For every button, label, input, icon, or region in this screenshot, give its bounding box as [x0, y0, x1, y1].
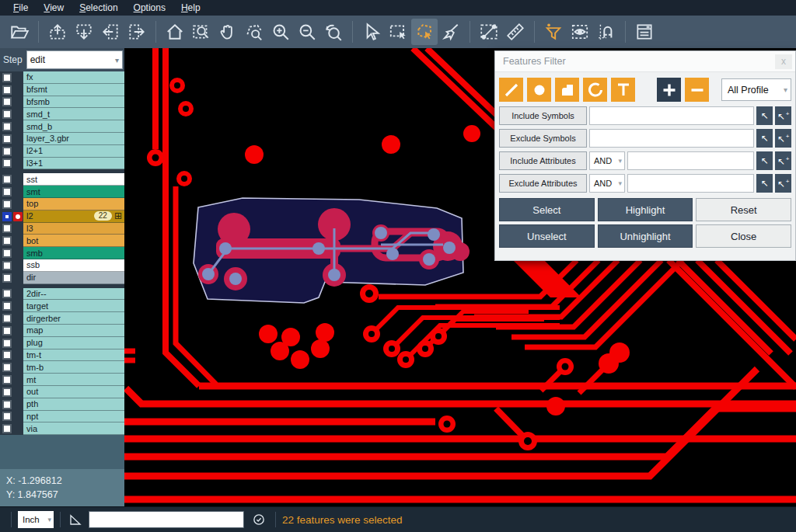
pan-right-button[interactable]	[124, 19, 150, 45]
filter-pad-button[interactable]	[527, 78, 551, 102]
layer-row-map[interactable]: map	[0, 325, 124, 337]
pick-add-symbol-button[interactable]: ↖+	[775, 106, 791, 125]
ruler-button[interactable]	[502, 19, 529, 45]
layer-checkbox[interactable]	[2, 187, 12, 196]
pick-add-symbol-button[interactable]: ↖+	[775, 129, 791, 148]
layer-row-sst[interactable]: sst	[0, 173, 124, 186]
pan-up-button[interactable]	[44, 19, 71, 45]
layer-name-label[interactable]: npt	[23, 411, 124, 423]
layer-name-label[interactable]: l3	[23, 223, 124, 235]
layer-row-mt[interactable]: mt	[0, 374, 124, 386]
layer-row-smd_b[interactable]: smd_b	[0, 120, 124, 133]
exclude-attributes-operator[interactable]: AND ▾	[589, 174, 625, 193]
layer-row-l2+1[interactable]: l2+1	[0, 145, 124, 158]
layer-name-label[interactable]: pth	[23, 398, 124, 411]
layer-row-bfsmt[interactable]: bfsmt	[0, 84, 124, 96]
layer-name-label[interactable]: via	[23, 422, 124, 435]
zoom-window-button[interactable]	[188, 19, 215, 45]
layer-name-label[interactable]: plug	[23, 337, 124, 349]
include-symbols-button[interactable]: Include Symbols	[499, 106, 587, 125]
layer-checkbox[interactable]	[2, 224, 12, 233]
filter-surface-button[interactable]	[555, 78, 579, 102]
layer-checkbox[interactable]	[2, 301, 12, 311]
layer-name-label[interactable]: smd_b	[23, 120, 124, 133]
layer-row-bot[interactable]: bot	[0, 235, 124, 247]
filter-arc-button[interactable]	[583, 78, 607, 102]
layer-row-target[interactable]: target	[0, 300, 124, 312]
layer-row-via[interactable]: via	[0, 422, 124, 435]
layer-name-label[interactable]: tm-b	[23, 361, 124, 374]
zoom-polygon-button[interactable]	[241, 19, 267, 45]
exclude-attributes-input[interactable]	[627, 174, 754, 193]
units-select[interactable]: Inch ▾	[18, 511, 54, 528]
layer-name-label[interactable]: bfsmb	[23, 96, 124, 109]
menu-view[interactable]: View	[37, 1, 71, 15]
open-button[interactable]	[6, 19, 33, 45]
pick-attribute-button[interactable]: ↖	[756, 174, 773, 193]
layer-row-l3[interactable]: l3	[0, 223, 124, 235]
layer-row-dir[interactable]: dir	[0, 272, 124, 284]
menu-options[interactable]: Options	[127, 1, 173, 15]
layer-grid-icon[interactable]: ⊞	[114, 211, 122, 221]
layer-checkbox[interactable]	[2, 110, 12, 119]
layer-name-label[interactable]: smd_t	[23, 108, 124, 120]
reset-button[interactable]: Reset	[696, 198, 791, 221]
layer-name-label[interactable]: l3+1	[23, 158, 124, 170]
layer-checkbox[interactable]	[2, 363, 12, 372]
layer-row-npt[interactable]: npt	[0, 411, 124, 423]
layer-checkbox[interactable]	[2, 375, 12, 384]
layer-checkbox[interactable]	[2, 122, 12, 131]
layer-name-label[interactable]: fx	[23, 71, 124, 84]
layer-row-pth[interactable]: pth	[0, 398, 124, 411]
pick-add-attribute-button[interactable]: ↖+	[775, 151, 791, 170]
pick-symbol-button[interactable]: ↖	[756, 106, 773, 125]
layer-name-label[interactable]: layer_3.gbr	[23, 133, 124, 145]
pick-symbol-button[interactable]: ↖	[756, 129, 773, 148]
angle-mode-icon[interactable]	[67, 511, 84, 528]
zoom-in-button[interactable]	[267, 19, 294, 45]
select-polygon-button[interactable]	[411, 19, 438, 45]
layer-name-label[interactable]: l222⊞	[23, 210, 124, 223]
layer-row-plug[interactable]: plug	[0, 337, 124, 349]
select-button[interactable]: Select	[499, 198, 595, 221]
layer-checkbox[interactable]	[2, 326, 12, 336]
layer-checkbox[interactable]	[2, 134, 12, 144]
highlight-button[interactable]: Highlight	[598, 198, 693, 221]
exclude-symbols-input[interactable]	[589, 129, 754, 148]
pan-down-button[interactable]	[71, 19, 97, 45]
layer-checkbox[interactable]	[2, 249, 12, 258]
clear-highlight-button[interactable]	[438, 19, 464, 45]
view-options-button[interactable]	[567, 19, 593, 45]
layer-name-label[interactable]: bfsmt	[23, 84, 124, 96]
layer-checkbox[interactable]	[2, 388, 12, 397]
layer-checkbox[interactable]	[2, 400, 12, 409]
layer-name-label[interactable]: dirgerber	[23, 312, 124, 325]
refresh-check-icon[interactable]	[249, 511, 269, 528]
include-attributes-input[interactable]	[627, 151, 754, 170]
zoom-previous-button[interactable]	[320, 19, 347, 45]
layer-checkbox[interactable]	[2, 314, 12, 323]
layer-checkbox[interactable]	[2, 339, 12, 348]
layer-row-smt[interactable]: smt	[0, 186, 124, 198]
layer-checkbox[interactable]	[2, 273, 12, 283]
layer-checkbox[interactable]	[2, 85, 12, 95]
layer-name-label[interactable]: map	[23, 325, 124, 337]
measure-line-button[interactable]	[476, 19, 502, 45]
layer-name-label[interactable]: dir	[23, 272, 124, 284]
layer-checkbox[interactable]	[2, 412, 12, 421]
layer-name-label[interactable]: ssb	[23, 259, 124, 272]
layer-checkbox[interactable]	[2, 289, 12, 298]
select-tool-button[interactable]	[358, 19, 385, 45]
exclude-symbols-button[interactable]: Exclude Symbols	[499, 129, 587, 148]
layer-name-label[interactable]: smt	[23, 186, 124, 198]
filter-positive-button[interactable]	[657, 78, 681, 102]
feature-report-button[interactable]	[631, 19, 658, 45]
layer-checkbox[interactable]	[2, 261, 12, 270]
layer-name-label[interactable]: top	[23, 198, 124, 210]
unselect-button[interactable]: Unselect	[499, 224, 595, 248]
zoom-out-button[interactable]	[294, 19, 320, 45]
layer-row-layer_3.gbr[interactable]: layer_3.gbr	[0, 133, 124, 145]
layer-checkbox[interactable]	[2, 97, 12, 106]
filter-line-button[interactable]	[499, 78, 523, 102]
layer-row-tm-t[interactable]: tm-t	[0, 349, 124, 362]
